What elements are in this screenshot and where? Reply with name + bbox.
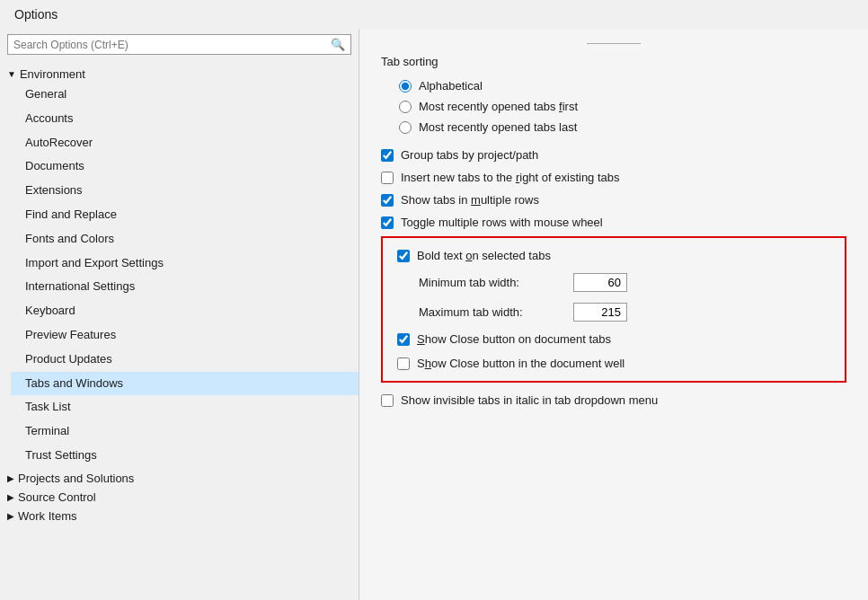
sidebar-item-fonts-and-colors[interactable]: Fonts and Colors (11, 227, 359, 251)
checkbox-invisible-tabs-label: Show invisible tabs in italic in tab dro… (401, 393, 658, 407)
sidebar-item-work-items[interactable]: ▶ Work Items (0, 506, 359, 525)
sidebar-item-find-and-replace[interactable]: Find and Replace (11, 203, 359, 227)
sidebar-item-environment[interactable]: ▼ Environment (0, 64, 359, 83)
search-box[interactable]: 🔍 (7, 34, 351, 55)
checkbox-show-multiple-rows[interactable]: Show tabs in multiple rows (381, 193, 846, 207)
projects-arrow: ▶ (7, 473, 14, 483)
max-tab-width-row: Maximum tab width: (419, 303, 830, 322)
work-items-label: Work Items (18, 509, 77, 523)
radio-alphabetical-input[interactable] (399, 80, 412, 93)
checkbox-invisible-tabs-input[interactable] (381, 394, 394, 407)
sidebar-item-import-export[interactable]: Import and Export Settings (11, 251, 359, 276)
checkbox-bold-text-input[interactable] (397, 250, 410, 262)
radio-recent-last-input[interactable] (399, 121, 412, 134)
sidebar-item-source-control[interactable]: ▶ Source Control (0, 487, 359, 506)
checkbox-multiple-rows-label: Show tabs in multiple rows (401, 193, 539, 207)
tab-sorting-radio-group: Alphabetical Most recently opened tabs f… (399, 79, 846, 134)
environment-label: Environment (20, 67, 85, 81)
sidebar-item-tabs-and-windows[interactable]: Tabs and Windows (11, 372, 359, 396)
sidebar-item-extensions[interactable]: Extensions (11, 179, 359, 203)
checkbox-show-close-well-input[interactable] (397, 357, 410, 370)
options-window: Options 🔍 ▼ Environment General Accounts… (0, 0, 868, 600)
checkbox-insert-tabs-input[interactable] (381, 172, 394, 184)
sidebar-item-documents[interactable]: Documents (11, 154, 359, 179)
sidebar-item-projects-and-solutions[interactable]: ▶ Projects and Solutions (0, 468, 359, 487)
sidebar-item-terminal[interactable]: Terminal (11, 419, 359, 444)
sidebar-item-accounts[interactable]: Accounts (11, 107, 359, 131)
checkbox-group-tabs-input[interactable] (381, 149, 394, 162)
radio-most-recent-first[interactable]: Most recently opened tabs first (399, 100, 846, 113)
checkbox-insert-new-tabs[interactable]: Insert new tabs to the right of existing… (381, 171, 846, 184)
search-input[interactable] (13, 39, 331, 51)
main-panel: Tab sorting Alphabetical Most recently o… (359, 29, 868, 600)
sidebar-item-trust-settings[interactable]: Trust Settings (11, 444, 359, 468)
sidebar-tree: ▼ Environment General Accounts AutoRecov… (0, 60, 359, 600)
radio-most-recent-last[interactable]: Most recently opened tabs last (399, 120, 846, 134)
sidebar-item-preview-features[interactable]: Preview Features (11, 323, 359, 348)
sidebar: 🔍 ▼ Environment General Accounts AutoRec… (0, 29, 359, 600)
checkbox-group-tabs-label: Group tabs by project/path (401, 148, 538, 162)
min-tab-width-row: Minimum tab width: (419, 273, 830, 292)
radio-alphabetical[interactable]: Alphabetical (399, 79, 846, 93)
checkbox-toggle-multiple-rows[interactable]: Toggle multiple rows with mouse wheel (381, 216, 846, 229)
sidebar-item-task-list[interactable]: Task List (11, 395, 359, 419)
min-width-input[interactable] (573, 273, 627, 292)
checkbox-bold-text-label: Bold text on selected tabs (417, 249, 551, 262)
tab-sorting-label: Tab sorting (381, 55, 846, 68)
highlight-section: Bold text on selected tabs Minimum tab w… (381, 236, 846, 383)
checkbox-show-close-btn-label: Show Close button on document tabs (417, 332, 611, 346)
checkbox-show-close-well[interactable]: Show Close button in the document well (397, 357, 830, 370)
radio-recent-last-label: Most recently opened tabs last (419, 120, 577, 134)
checkbox-show-close-btn-input[interactable] (397, 333, 410, 346)
checkbox-show-close-well-label: Show Close button in the document well (417, 357, 624, 370)
main-content: 🔍 ▼ Environment General Accounts AutoRec… (0, 29, 868, 600)
source-control-arrow: ▶ (7, 492, 14, 502)
radio-alphabetical-label: Alphabetical (419, 79, 483, 93)
sidebar-item-autorecover[interactable]: AutoRecover (11, 131, 359, 155)
work-items-arrow: ▶ (7, 511, 14, 521)
checkbox-bold-text[interactable]: Bold text on selected tabs (397, 249, 830, 262)
checkbox-toggle-rows-label: Toggle multiple rows with mouse wheel (401, 216, 603, 229)
checkbox-show-close-btn[interactable]: Show Close button on document tabs (397, 332, 830, 346)
radio-recent-first-input[interactable] (399, 101, 412, 113)
checkbox-insert-tabs-label: Insert new tabs to the right of existing… (401, 171, 620, 184)
environment-children: General Accounts AutoRecover Documents E… (0, 83, 359, 468)
projects-label: Projects and Solutions (18, 472, 134, 485)
radio-recent-first-label: Most recently opened tabs first (419, 100, 578, 113)
checkbox-invisible-tabs[interactable]: Show invisible tabs in italic in tab dro… (381, 393, 846, 407)
checkbox-group-tabs[interactable]: Group tabs by project/path (381, 148, 846, 162)
source-control-label: Source Control (18, 490, 96, 504)
search-icon: 🔍 (331, 38, 345, 51)
top-divider (587, 43, 641, 44)
window-title: Options (0, 0, 868, 29)
sidebar-item-keyboard[interactable]: Keyboard (11, 299, 359, 323)
max-width-label: Maximum tab width: (419, 305, 562, 319)
checkbox-toggle-rows-input[interactable] (381, 216, 394, 229)
sidebar-item-product-updates[interactable]: Product Updates (11, 348, 359, 372)
sidebar-item-general[interactable]: General (11, 83, 359, 107)
min-width-label: Minimum tab width: (419, 276, 562, 289)
environment-arrow: ▼ (7, 69, 16, 79)
main-checkbox-group: Group tabs by project/path Insert new ta… (381, 148, 846, 229)
max-width-input[interactable] (573, 303, 627, 322)
sidebar-item-international[interactable]: International Settings (11, 275, 359, 299)
checkbox-multiple-rows-input[interactable] (381, 194, 394, 207)
